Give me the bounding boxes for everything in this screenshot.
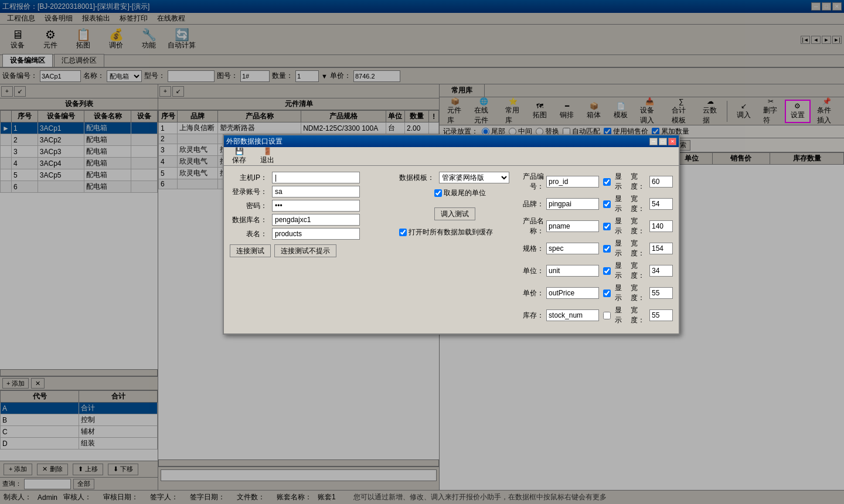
modal-exit-icon: 🚪	[263, 147, 272, 155]
brand-display-label: 显示	[615, 194, 626, 214]
login-name-label: 登录账号：	[230, 187, 267, 197]
stock-field-label: 库存：	[521, 311, 544, 321]
product-code-display-check[interactable]	[603, 178, 611, 186]
data-template-label: 数据模板：	[399, 173, 434, 183]
field-spec: 规格： 显示 宽度：	[521, 239, 673, 258]
product-code-width-label: 宽度：	[631, 172, 647, 192]
test-import-row: 调入测试	[399, 207, 509, 220]
price-field-label: 单价：	[521, 288, 544, 298]
stock-display-label: 显示	[615, 305, 626, 325]
modal-save-btn[interactable]: 💾 保存	[226, 148, 252, 165]
test-import-btn[interactable]: 调入测试	[434, 207, 475, 220]
password-row: 密码：	[230, 200, 387, 212]
modal-content: 主机IP： 登录账号： 密码： 数据库名：	[224, 166, 679, 333]
password-label: 密码：	[230, 201, 267, 211]
password-input[interactable]	[272, 200, 360, 212]
price-width-input[interactable]	[649, 287, 673, 299]
unit-display-label: 显示	[615, 261, 626, 281]
take-last-unit-checkbox[interactable]	[434, 189, 442, 197]
spec-field-input[interactable]	[546, 243, 599, 254]
unit-width-label: 宽度：	[631, 261, 647, 281]
modal-title-bar: 外部数据接口设置 ─ □ ✕	[224, 135, 679, 147]
login-name-row: 登录账号：	[230, 186, 387, 197]
data-template-select[interactable]: 管家婆网络版	[439, 172, 509, 183]
unit-field-label: 单位：	[521, 266, 544, 276]
db-name-input[interactable]	[272, 214, 360, 226]
spec-display-label: 显示	[615, 239, 626, 258]
unit-field-input[interactable]	[546, 265, 599, 277]
connect-test-nohint-btn[interactable]: 连接测试不提示	[274, 244, 336, 257]
host-ip-label: 主机IP：	[230, 173, 267, 183]
modal-field-settings: 产品编号： 显示 宽度： 品牌： 显示 宽度：	[521, 172, 673, 328]
stock-width-label: 宽度：	[631, 305, 647, 325]
product-name-field-input[interactable]	[546, 220, 599, 232]
stock-field-input[interactable]	[546, 309, 599, 321]
db-name-label: 数据库名：	[230, 215, 267, 225]
field-product-name: 产品名称： 显示 宽度：	[521, 216, 673, 236]
modal-middle-form: 数据模板： 管家婆网络版 取最尾的单位 调入测试	[399, 172, 509, 328]
brand-field-label: 品牌：	[521, 199, 544, 209]
price-display-label: 显示	[615, 283, 626, 303]
connect-test-btn[interactable]: 连接测试	[230, 244, 271, 257]
take-last-unit-row: 取最尾的单位	[399, 188, 509, 198]
table-name-label: 表名：	[230, 229, 267, 239]
modal-left-form: 主机IP： 登录账号： 密码： 数据库名：	[230, 172, 387, 328]
modal-max-btn[interactable]: □	[659, 138, 667, 145]
price-width-label: 宽度：	[631, 283, 647, 303]
product-name-field-label: 产品名称：	[521, 216, 544, 236]
product-name-display-label: 显示	[615, 216, 626, 236]
field-brand: 品牌： 显示 宽度：	[521, 194, 673, 214]
product-name-width-input[interactable]	[649, 220, 673, 232]
unit-display-check[interactable]	[603, 267, 611, 275]
spec-display-check[interactable]	[603, 245, 611, 253]
take-last-unit-check[interactable]: 取最尾的单位	[434, 188, 486, 198]
spec-width-input[interactable]	[649, 243, 673, 254]
spec-width-label: 宽度：	[631, 239, 647, 258]
product-code-display-label: 显示	[615, 172, 626, 192]
modal-main-row: 主机IP： 登录账号： 密码： 数据库名：	[230, 172, 673, 328]
data-template-row: 数据模板： 管家婆网络版	[399, 172, 509, 183]
product-name-display-check[interactable]	[603, 223, 611, 230]
product-code-field-label: 产品编号：	[521, 172, 544, 192]
unit-width-input[interactable]	[649, 265, 673, 277]
external-data-settings-modal: 外部数据接口设置 ─ □ ✕ 💾 保存 🚪 退出	[223, 134, 680, 335]
brand-display-check[interactable]	[603, 200, 611, 208]
product-code-field-input[interactable]	[546, 176, 599, 188]
field-price: 单价： 显示 宽度：	[521, 283, 673, 303]
modal-min-btn[interactable]: ─	[649, 138, 658, 145]
spec-field-label: 规格：	[521, 244, 544, 254]
host-ip-input[interactable]	[272, 172, 360, 183]
product-name-width-label: 宽度：	[631, 216, 647, 236]
product-code-width-input[interactable]	[649, 176, 673, 188]
modal-toolbar: 💾 保存 🚪 退出	[224, 147, 679, 166]
modal-save-icon: 💾	[235, 147, 244, 155]
price-display-check[interactable]	[603, 290, 611, 297]
stock-width-input[interactable]	[649, 309, 673, 321]
table-name-input[interactable]	[272, 228, 360, 240]
field-product-code: 产品编号： 显示 宽度：	[521, 172, 673, 192]
open-load-check[interactable]: 打开时所有数据加载到缓存	[399, 227, 493, 237]
modal-title-text: 外部数据接口设置	[226, 137, 283, 147]
modal-exit-label: 退出	[260, 155, 274, 165]
brand-field-input[interactable]	[546, 198, 599, 210]
host-ip-row: 主机IP：	[230, 172, 387, 183]
connect-btns: 连接测试 连接测试不提示	[230, 244, 387, 257]
modal-overlay: 外部数据接口设置 ─ □ ✕ 💾 保存 🚪 退出	[0, 0, 844, 504]
db-name-row: 数据库名：	[230, 214, 387, 226]
modal-exit-btn[interactable]: 🚪 退出	[254, 148, 280, 165]
field-stock: 库存： 显示 宽度：	[521, 305, 673, 325]
stock-display-check[interactable]	[603, 312, 611, 319]
modal-close-btn[interactable]: ✕	[668, 138, 676, 145]
open-load-checkbox[interactable]	[399, 229, 407, 236]
brand-width-input[interactable]	[649, 198, 673, 210]
field-unit: 单位： 显示 宽度：	[521, 261, 673, 281]
login-name-input[interactable]	[272, 186, 360, 197]
modal-title-buttons: ─ □ ✕	[648, 138, 676, 145]
modal-save-label: 保存	[232, 155, 246, 165]
open-load-row: 打开时所有数据加载到缓存	[399, 227, 509, 237]
price-field-input[interactable]	[546, 287, 599, 299]
table-name-row: 表名：	[230, 228, 387, 240]
brand-width-label: 宽度：	[631, 194, 647, 214]
